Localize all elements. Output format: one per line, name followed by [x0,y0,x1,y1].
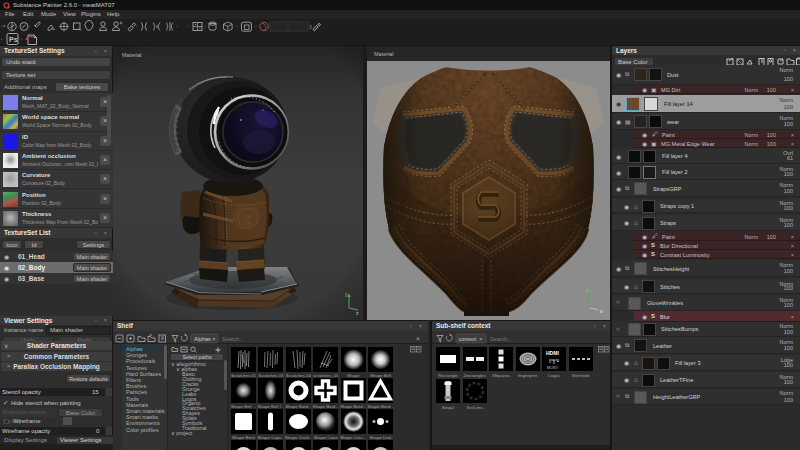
svg-text:Alphas: Alphas [194,336,211,342]
svg-text:▫: ▫ [236,23,238,29]
svg-text:▫: ▫ [1,36,3,42]
svg-text:▫: ▫ [1,23,3,29]
svg-text:HDMI: HDMI [546,350,559,356]
svg-text:Search...: Search... [490,336,512,342]
svg-text:▫: ▫ [21,36,23,42]
svg-text:×: × [479,336,483,342]
svg-text:context: context [459,336,477,342]
svg-text:Ps: Ps [9,36,18,43]
svg-text:▫: ▫ [29,23,31,29]
svg-text:3: 3 [309,24,312,30]
svg-text:Material: Material [374,51,394,57]
svg-text:u: u [600,308,603,314]
svg-text:▫: ▫ [123,23,125,29]
svg-text:Material: Material [122,52,142,58]
svg-text:Search...: Search... [222,336,244,342]
svg-text:×: × [212,336,216,342]
svg-text:MCRO: MCRO [547,366,558,370]
svg-text:▫: ▫ [177,23,179,29]
svg-text:▫: ▫ [204,23,206,29]
svg-text:▫: ▫ [187,23,189,29]
svg-text:▫: ▫ [136,23,138,29]
svg-text:▫: ▫ [255,23,257,29]
svg-text:×: × [416,335,420,342]
svg-text:▫: ▫ [44,23,46,29]
